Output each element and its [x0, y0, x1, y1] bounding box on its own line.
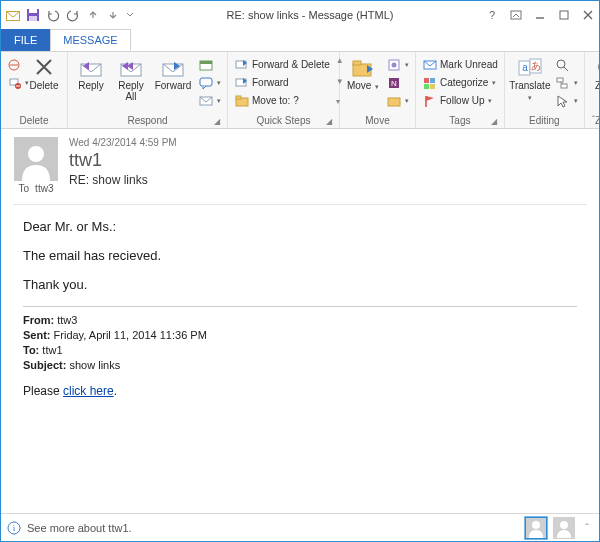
info-icon[interactable]: i: [7, 521, 21, 535]
reply-icon: [78, 56, 104, 80]
maximize-icon[interactable]: [557, 8, 571, 22]
collapse-ribbon-icon[interactable]: ˆ: [592, 115, 595, 126]
svg-rect-3: [29, 16, 37, 21]
svg-rect-6: [560, 11, 568, 19]
people-avatar-2[interactable]: [553, 517, 575, 539]
respond-launcher[interactable]: ◢: [214, 117, 220, 126]
qs-forward-delete[interactable]: Forward & Delete: [232, 56, 332, 73]
people-pane-expand-icon[interactable]: ˆ: [581, 522, 593, 534]
help-icon[interactable]: ?: [485, 8, 499, 22]
ribbon-display-icon[interactable]: [509, 8, 523, 22]
window-title: RE: show links - Message (HTML): [135, 9, 485, 21]
rules-icon: [386, 57, 401, 72]
select-icon: [555, 93, 570, 108]
svg-line-40: [564, 67, 568, 71]
click-here-link[interactable]: click here: [63, 384, 114, 398]
meeting-icon: [198, 57, 213, 72]
junk-button[interactable]: ▾: [5, 74, 23, 91]
zoom-button[interactable]: Zoom: [589, 54, 600, 92]
see-more-text[interactable]: See more about ttw1.: [27, 522, 132, 534]
forward-icon: [160, 56, 186, 80]
group-tags: Mark Unread Categorize▾ Follow Up▾ Tags◢: [416, 52, 505, 128]
svg-point-45: [28, 146, 44, 162]
mark-unread-icon: [422, 57, 437, 72]
tags-launcher[interactable]: ◢: [491, 117, 497, 126]
save-icon[interactable]: [25, 7, 41, 23]
mark-unread-button[interactable]: Mark Unread: [420, 56, 500, 73]
minimize-icon[interactable]: [533, 8, 547, 22]
qat-customize-icon[interactable]: [125, 7, 135, 23]
meeting-reply-button[interactable]: [196, 56, 223, 73]
translate-button[interactable]: aあ Translate▾: [509, 54, 551, 102]
im-reply-button[interactable]: ▾: [196, 74, 223, 91]
actions-icon: [386, 93, 401, 108]
group-respond: Reply Reply All Forward ▾ ▾ Respond◢: [68, 52, 228, 128]
window-controls: ?: [485, 8, 595, 22]
delete-button[interactable]: Delete: [25, 54, 63, 92]
title-bar: RE: show links - Message (HTML) ?: [1, 1, 599, 29]
actions-button[interactable]: ▾: [384, 92, 411, 109]
svg-rect-16: [200, 61, 212, 64]
group-quick-steps: Forward & Delete Forward Move to: ? ▲ ▼ …: [228, 52, 340, 128]
onenote-icon: N: [386, 75, 401, 90]
body-p1: Dear Mr. or Ms.:: [23, 219, 577, 234]
delete-icon: [31, 56, 57, 80]
message-header: To ttw3 Wed 4/23/2014 4:59 PM ttw1 RE: s…: [1, 129, 599, 200]
translate-icon: aあ: [517, 56, 543, 80]
group-editing: aあ Translate▾ ▾ ▾ Editing: [505, 52, 585, 128]
follow-up-button[interactable]: Follow Up▾: [420, 92, 500, 109]
related-button[interactable]: ▾: [553, 74, 580, 91]
move-button[interactable]: Move ▾: [344, 54, 382, 92]
sender-avatar[interactable]: [14, 137, 58, 181]
reply-all-icon: [118, 56, 144, 80]
svg-point-39: [557, 60, 565, 68]
qs-forward[interactable]: Forward: [232, 74, 332, 91]
quick-access-toolbar: [5, 7, 135, 23]
redo-icon[interactable]: [65, 7, 81, 23]
junk-icon: [7, 75, 21, 90]
next-item-icon[interactable]: [105, 7, 121, 23]
select-button[interactable]: ▾: [553, 92, 580, 109]
rules-button[interactable]: ▾: [384, 56, 411, 73]
undo-icon[interactable]: [45, 7, 61, 23]
tab-message[interactable]: MESSAGE: [50, 29, 130, 51]
group-delete: ▾ Delete Delete: [1, 52, 68, 128]
ignore-icon: [7, 57, 21, 72]
onenote-button[interactable]: N: [384, 74, 411, 91]
quoted-header: From: ttw3 Sent: Friday, April 11, 2014 …: [23, 313, 577, 372]
qs-move-to[interactable]: Move to: ?: [232, 92, 332, 109]
close-icon[interactable]: [581, 8, 595, 22]
forward-small-icon: [234, 75, 249, 90]
more-icon: [198, 93, 213, 108]
ignore-button[interactable]: [5, 56, 23, 73]
message-from[interactable]: ttw1: [69, 150, 177, 171]
svg-rect-31: [424, 78, 429, 83]
flag-icon: [422, 93, 437, 108]
svg-text:a: a: [522, 62, 528, 73]
forward-button[interactable]: Forward: [152, 54, 194, 92]
people-avatar-1[interactable]: [525, 517, 547, 539]
previous-item-icon[interactable]: [85, 7, 101, 23]
svg-rect-17: [200, 78, 212, 86]
svg-text:あ: あ: [531, 60, 541, 71]
forward-delete-icon: [234, 57, 249, 72]
im-icon: [198, 75, 213, 90]
message-date: Wed 4/23/2014 4:59 PM: [69, 137, 177, 148]
to-value[interactable]: ttw3: [35, 183, 53, 194]
svg-rect-22: [236, 96, 241, 99]
reply-all-button[interactable]: Reply All: [112, 54, 150, 102]
svg-point-49: [560, 521, 568, 529]
svg-rect-29: [388, 98, 400, 106]
body-p3: Thank you.: [23, 277, 577, 292]
svg-rect-2: [29, 9, 37, 13]
categorize-button[interactable]: Categorize▾: [420, 74, 500, 91]
find-icon: [555, 57, 570, 72]
find-button[interactable]: [553, 56, 580, 73]
more-respond-button[interactable]: ▾: [196, 92, 223, 109]
reply-button[interactable]: Reply: [72, 54, 110, 92]
quicksteps-launcher[interactable]: ◢: [326, 117, 332, 126]
tab-file[interactable]: FILE: [1, 29, 50, 51]
to-label: To: [19, 183, 30, 194]
related-icon: [555, 75, 570, 90]
svg-point-26: [391, 62, 396, 67]
